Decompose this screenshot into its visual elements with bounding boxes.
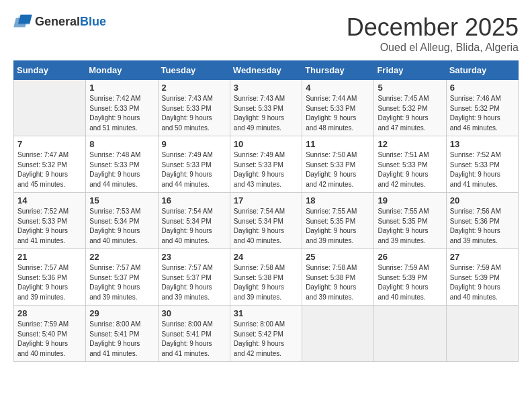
calendar-cell: [302, 306, 374, 362]
title-area: December 2025 Oued el Alleug, Blida, Alg…: [347, 13, 519, 54]
day-number: 22: [89, 252, 154, 262]
day-number: 14: [17, 195, 82, 205]
day-info: Sunrise: 7:52 AMSunset: 5:33 PMDaylight:…: [450, 150, 515, 189]
day-number: 15: [89, 195, 154, 205]
calendar-cell: 23Sunrise: 7:57 AMSunset: 5:37 PMDayligh…: [158, 249, 230, 306]
day-number: 3: [234, 83, 298, 93]
day-info: Sunrise: 7:57 AMSunset: 5:37 PMDaylight:…: [89, 263, 154, 302]
header-row: Sunday Monday Tuesday Wednesday Thursday…: [14, 61, 519, 80]
day-info: Sunrise: 7:51 AMSunset: 5:33 PMDaylight:…: [378, 150, 442, 189]
day-info: Sunrise: 7:57 AMSunset: 5:36 PMDaylight:…: [17, 263, 82, 302]
calendar-cell: 16Sunrise: 7:54 AMSunset: 5:34 PMDayligh…: [158, 193, 230, 249]
day-number: 31: [234, 308, 298, 318]
day-info: Sunrise: 7:42 AMSunset: 5:33 PMDaylight:…: [89, 94, 154, 133]
day-info: Sunrise: 7:56 AMSunset: 5:36 PMDaylight:…: [450, 207, 515, 246]
calendar-cell: 29Sunrise: 8:00 AMSunset: 5:41 PMDayligh…: [86, 306, 158, 362]
day-number: 13: [450, 139, 515, 149]
calendar-header: Sunday Monday Tuesday Wednesday Thursday…: [14, 61, 519, 80]
day-info: Sunrise: 7:46 AMSunset: 5:32 PMDaylight:…: [450, 94, 515, 133]
day-info: Sunrise: 7:54 AMSunset: 5:34 PMDaylight:…: [234, 207, 298, 246]
calendar-cell: 15Sunrise: 7:53 AMSunset: 5:34 PMDayligh…: [86, 193, 158, 249]
day-number: 26: [378, 252, 442, 262]
calendar-week-4: 21Sunrise: 7:57 AMSunset: 5:36 PMDayligh…: [14, 249, 519, 306]
day-info: Sunrise: 7:49 AMSunset: 5:33 PMDaylight:…: [162, 150, 226, 189]
col-monday: Monday: [86, 61, 158, 80]
day-number: 27: [450, 252, 515, 262]
svg-marker-2: [18, 15, 32, 24]
day-number: 12: [378, 139, 442, 149]
day-number: 21: [17, 252, 82, 262]
day-number: 4: [306, 83, 370, 93]
logo-icon: [13, 13, 32, 30]
day-info: Sunrise: 7:48 AMSunset: 5:33 PMDaylight:…: [89, 150, 154, 189]
day-info: Sunrise: 7:55 AMSunset: 5:35 PMDaylight:…: [378, 207, 442, 246]
calendar-cell: 9Sunrise: 7:49 AMSunset: 5:33 PMDaylight…: [158, 136, 230, 193]
month-title: December 2025: [347, 13, 519, 42]
calendar-cell: 10Sunrise: 7:49 AMSunset: 5:33 PMDayligh…: [230, 136, 302, 193]
calendar-cell: 21Sunrise: 7:57 AMSunset: 5:36 PMDayligh…: [14, 249, 86, 306]
calendar-cell: 30Sunrise: 8:00 AMSunset: 5:41 PMDayligh…: [158, 306, 230, 362]
calendar-cell: 27Sunrise: 7:59 AMSunset: 5:39 PMDayligh…: [446, 249, 518, 306]
day-info: Sunrise: 7:43 AMSunset: 5:33 PMDaylight:…: [162, 94, 226, 133]
col-sunday: Sunday: [14, 61, 86, 80]
day-number: 6: [450, 83, 515, 93]
logo-general: General: [35, 15, 80, 28]
day-number: 17: [234, 195, 298, 205]
calendar-cell: 28Sunrise: 7:59 AMSunset: 5:40 PMDayligh…: [14, 306, 86, 362]
day-info: Sunrise: 7:58 AMSunset: 5:38 PMDaylight:…: [234, 263, 298, 302]
day-info: Sunrise: 7:45 AMSunset: 5:32 PMDaylight:…: [378, 94, 442, 133]
day-info: Sunrise: 7:57 AMSunset: 5:37 PMDaylight:…: [162, 263, 226, 302]
day-info: Sunrise: 7:58 AMSunset: 5:38 PMDaylight:…: [306, 263, 370, 302]
day-info: Sunrise: 7:59 AMSunset: 5:40 PMDaylight:…: [17, 320, 82, 359]
logo-blue: Blue: [80, 15, 106, 28]
calendar-cell: 20Sunrise: 7:56 AMSunset: 5:36 PMDayligh…: [446, 193, 518, 249]
calendar-cell: [374, 306, 446, 362]
day-info: Sunrise: 7:49 AMSunset: 5:33 PMDaylight:…: [234, 150, 298, 189]
day-number: 16: [162, 195, 226, 205]
day-info: Sunrise: 7:50 AMSunset: 5:33 PMDaylight:…: [306, 150, 370, 189]
calendar-cell: 2Sunrise: 7:43 AMSunset: 5:33 PMDaylight…: [158, 80, 230, 136]
col-saturday: Saturday: [446, 61, 518, 80]
calendar-week-3: 14Sunrise: 7:52 AMSunset: 5:33 PMDayligh…: [14, 193, 519, 249]
calendar-cell: 26Sunrise: 7:59 AMSunset: 5:39 PMDayligh…: [374, 249, 446, 306]
calendar-cell: 11Sunrise: 7:50 AMSunset: 5:33 PMDayligh…: [302, 136, 374, 193]
calendar-cell: 18Sunrise: 7:55 AMSunset: 5:35 PMDayligh…: [302, 193, 374, 249]
day-number: 8: [89, 139, 154, 149]
calendar-cell: 13Sunrise: 7:52 AMSunset: 5:33 PMDayligh…: [446, 136, 518, 193]
day-info: Sunrise: 8:00 AMSunset: 5:42 PMDaylight:…: [234, 320, 298, 359]
calendar-cell: 14Sunrise: 7:52 AMSunset: 5:33 PMDayligh…: [14, 193, 86, 249]
calendar-cell: 6Sunrise: 7:46 AMSunset: 5:32 PMDaylight…: [446, 80, 518, 136]
calendar-cell: 7Sunrise: 7:47 AMSunset: 5:32 PMDaylight…: [14, 136, 86, 193]
day-number: 5: [378, 83, 442, 93]
calendar-cell: 1Sunrise: 7:42 AMSunset: 5:33 PMDaylight…: [86, 80, 158, 136]
day-info: Sunrise: 7:52 AMSunset: 5:33 PMDaylight:…: [17, 207, 82, 246]
day-number: 25: [306, 252, 370, 262]
day-number: 29: [89, 308, 154, 318]
calendar-body: 1Sunrise: 7:42 AMSunset: 5:33 PMDaylight…: [14, 80, 519, 362]
day-number: 19: [378, 195, 442, 205]
day-info: Sunrise: 7:59 AMSunset: 5:39 PMDaylight:…: [378, 263, 442, 302]
calendar-cell: 8Sunrise: 7:48 AMSunset: 5:33 PMDaylight…: [86, 136, 158, 193]
day-info: Sunrise: 8:00 AMSunset: 5:41 PMDaylight:…: [89, 320, 154, 359]
day-number: 24: [234, 252, 298, 262]
day-info: Sunrise: 7:43 AMSunset: 5:33 PMDaylight:…: [234, 94, 298, 133]
calendar-cell: 24Sunrise: 7:58 AMSunset: 5:38 PMDayligh…: [230, 249, 302, 306]
calendar-cell: 4Sunrise: 7:44 AMSunset: 5:33 PMDaylight…: [302, 80, 374, 136]
calendar-cell: 3Sunrise: 7:43 AMSunset: 5:33 PMDaylight…: [230, 80, 302, 136]
day-number: 7: [17, 139, 82, 149]
calendar-cell: [446, 306, 518, 362]
day-number: 28: [17, 308, 82, 318]
calendar-cell: 12Sunrise: 7:51 AMSunset: 5:33 PMDayligh…: [374, 136, 446, 193]
calendar-cell: 17Sunrise: 7:54 AMSunset: 5:34 PMDayligh…: [230, 193, 302, 249]
day-info: Sunrise: 7:54 AMSunset: 5:34 PMDaylight:…: [162, 207, 226, 246]
day-info: Sunrise: 8:00 AMSunset: 5:41 PMDaylight:…: [162, 320, 226, 359]
calendar-cell: 22Sunrise: 7:57 AMSunset: 5:37 PMDayligh…: [86, 249, 158, 306]
day-info: Sunrise: 7:44 AMSunset: 5:33 PMDaylight:…: [306, 94, 370, 133]
day-number: 2: [162, 83, 226, 93]
calendar-week-2: 7Sunrise: 7:47 AMSunset: 5:32 PMDaylight…: [14, 136, 519, 193]
day-number: 1: [89, 83, 154, 93]
day-number: 18: [306, 195, 370, 205]
calendar-week-1: 1Sunrise: 7:42 AMSunset: 5:33 PMDaylight…: [14, 80, 519, 136]
calendar-cell: 31Sunrise: 8:00 AMSunset: 5:42 PMDayligh…: [230, 306, 302, 362]
calendar-week-5: 28Sunrise: 7:59 AMSunset: 5:40 PMDayligh…: [14, 306, 519, 362]
